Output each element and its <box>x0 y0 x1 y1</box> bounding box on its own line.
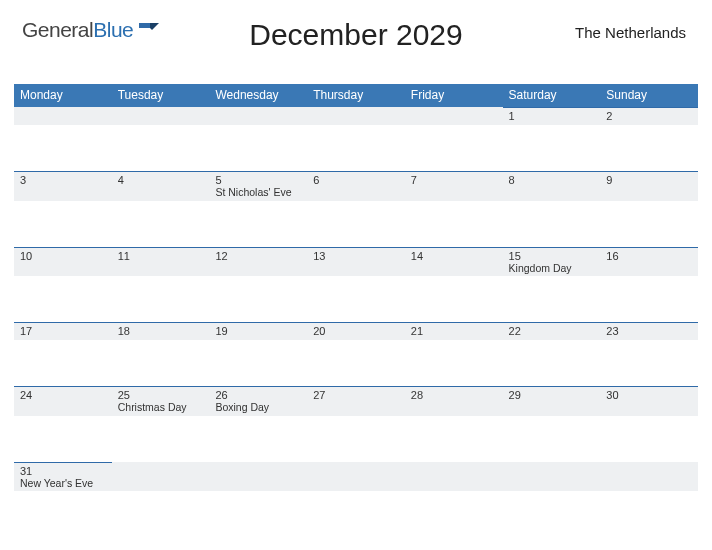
day-body <box>307 125 405 171</box>
day-number: 9 <box>606 174 692 186</box>
day-number: 23 <box>606 325 692 337</box>
day-cell: 22 <box>503 322 601 340</box>
day-cell: 10 <box>14 247 112 277</box>
day-body <box>600 201 698 247</box>
day-body <box>209 125 307 171</box>
day-body <box>307 491 405 537</box>
day-body <box>307 416 405 462</box>
day-number: 18 <box>118 325 204 337</box>
day-cell <box>307 462 405 492</box>
day-body <box>112 416 210 462</box>
day-number: 26 <box>215 389 301 401</box>
day-cell: 20 <box>307 322 405 340</box>
day-cell: 27 <box>307 386 405 416</box>
week-body <box>14 201 698 247</box>
day-cell <box>405 462 503 492</box>
holiday-label: Christmas Day <box>118 402 204 414</box>
day-cell: 5St Nicholas' Eve <box>209 171 307 201</box>
day-cell <box>307 107 405 125</box>
brand-general: General <box>22 18 93 41</box>
day-body <box>503 201 601 247</box>
day-cell: 4 <box>112 171 210 201</box>
day-number: 14 <box>411 250 497 262</box>
day-cell: 17 <box>14 322 112 340</box>
day-number: 15 <box>509 250 595 262</box>
day-cell: 15Kingdom Day <box>503 247 601 277</box>
day-cell: 8 <box>503 171 601 201</box>
day-body <box>112 125 210 171</box>
week-numband: 17 18 19 20 21 22 23 <box>14 322 698 340</box>
day-cell: 23 <box>600 322 698 340</box>
day-body <box>209 201 307 247</box>
day-body <box>405 340 503 386</box>
day-cell <box>600 462 698 492</box>
day-header: Monday <box>14 84 112 107</box>
day-number: 29 <box>509 389 595 401</box>
holiday-label: Boxing Day <box>215 402 301 414</box>
week-numband: 31New Year's Eve <box>14 462 698 492</box>
day-cell: 21 <box>405 322 503 340</box>
day-body <box>14 201 112 247</box>
brand-text: GeneralBlue <box>22 18 133 42</box>
day-cell: 24 <box>14 386 112 416</box>
week-body <box>14 416 698 462</box>
day-body <box>112 340 210 386</box>
day-body <box>600 416 698 462</box>
day-cell: 30 <box>600 386 698 416</box>
day-number: 3 <box>20 174 106 186</box>
day-header: Thursday <box>307 84 405 107</box>
day-header: Sunday <box>600 84 698 107</box>
day-cell: 1 <box>503 107 601 125</box>
week-numband: 1 2 <box>14 107 698 125</box>
brand-flag-icon <box>138 21 160 37</box>
day-cell: 11 <box>112 247 210 277</box>
day-cell: 19 <box>209 322 307 340</box>
week-numband: 10 11 12 13 14 15Kingdom Day 16 <box>14 247 698 277</box>
day-header: Saturday <box>503 84 601 107</box>
day-body <box>600 125 698 171</box>
day-body <box>503 125 601 171</box>
week-body <box>14 491 698 537</box>
day-body <box>405 491 503 537</box>
day-body <box>600 491 698 537</box>
day-cell: 2 <box>600 107 698 125</box>
calendar-grid: Monday Tuesday Wednesday Thursday Friday… <box>14 84 698 537</box>
day-number: 5 <box>215 174 301 186</box>
day-body <box>405 201 503 247</box>
day-number: 16 <box>606 250 692 262</box>
day-body <box>112 201 210 247</box>
day-body <box>503 491 601 537</box>
week-body <box>14 125 698 171</box>
day-body <box>14 125 112 171</box>
day-body <box>14 416 112 462</box>
day-number: 21 <box>411 325 497 337</box>
holiday-label: St Nicholas' Eve <box>215 187 301 199</box>
day-cell: 13 <box>307 247 405 277</box>
day-body <box>405 276 503 322</box>
day-number: 2 <box>606 110 692 122</box>
calendar-region: The Netherlands <box>575 24 686 41</box>
brand-blue: Blue <box>93 18 133 41</box>
day-body <box>14 491 112 537</box>
calendar-title: December 2029 <box>249 18 462 52</box>
day-number: 10 <box>20 250 106 262</box>
day-headers-row: Monday Tuesday Wednesday Thursday Friday… <box>14 84 698 107</box>
week-numband: 24 25Christmas Day 26Boxing Day 27 28 29… <box>14 386 698 416</box>
day-number: 31 <box>20 465 106 477</box>
day-number: 20 <box>313 325 399 337</box>
day-number: 17 <box>20 325 106 337</box>
day-number: 7 <box>411 174 497 186</box>
week-body <box>14 340 698 386</box>
day-body <box>307 276 405 322</box>
day-body <box>503 340 601 386</box>
day-body <box>209 340 307 386</box>
day-header: Friday <box>405 84 503 107</box>
day-body <box>112 276 210 322</box>
day-body <box>503 276 601 322</box>
day-cell: 28 <box>405 386 503 416</box>
day-number: 25 <box>118 389 204 401</box>
day-cell: 12 <box>209 247 307 277</box>
day-cell <box>503 462 601 492</box>
day-number: 13 <box>313 250 399 262</box>
day-cell: 25Christmas Day <box>112 386 210 416</box>
